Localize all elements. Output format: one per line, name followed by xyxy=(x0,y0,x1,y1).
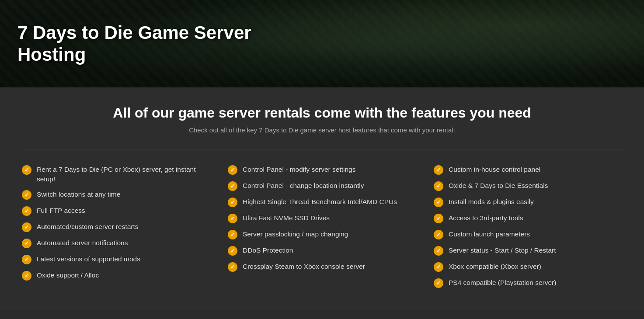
feature-text: DDoS Protection xyxy=(243,246,293,255)
list-item: ✓Switch locations at any time xyxy=(22,190,210,200)
list-item: ✓Control Panel - modify server settings xyxy=(228,165,416,175)
feature-text: Custom launch parameters xyxy=(449,229,530,239)
check-icon: ✓ xyxy=(228,262,237,272)
feature-text: Highest Single Thread Benchmark Intel/AM… xyxy=(243,197,397,207)
check-icon: ✓ xyxy=(22,190,31,200)
feature-text: Automated/custom server restarts xyxy=(37,222,139,232)
list-item: ✓Control Panel - change location instant… xyxy=(228,181,416,191)
list-item: ✓Install mods & plugins easily xyxy=(434,197,622,207)
list-item: ✓Latest versions of supported mods xyxy=(22,254,210,264)
check-icon: ✓ xyxy=(434,214,443,223)
check-icon: ✓ xyxy=(434,246,443,256)
check-icon: ✓ xyxy=(22,165,31,175)
feature-text: Rent a 7 Days to Die (PC or Xbox) server… xyxy=(37,165,210,184)
feature-text: Latest versions of supported mods xyxy=(37,254,140,264)
list-item: ✓Oxide & 7 Days to Die Essentials xyxy=(434,181,622,191)
list-item: ✓Oxide support / Alloc xyxy=(22,270,210,281)
check-icon: ✓ xyxy=(228,198,237,207)
list-item: ✓Rent a 7 Days to Die (PC or Xbox) serve… xyxy=(22,165,210,184)
feature-text: Full FTP access xyxy=(37,206,85,215)
section-divider xyxy=(22,149,622,149)
list-item: ✓Access to 3rd-party tools xyxy=(434,213,622,223)
hero-title: 7 Days to Die Game Server Hosting xyxy=(17,22,251,66)
list-item: ✓Custom launch parameters xyxy=(434,229,622,239)
feature-text: Install mods & plugins easily xyxy=(449,197,534,207)
feature-text: Xbox compatible (Xbox server) xyxy=(449,262,541,271)
check-icon: ✓ xyxy=(22,255,31,264)
check-icon: ✓ xyxy=(434,198,443,207)
feature-text: Automated server notifications xyxy=(37,238,128,248)
list-item: ✓Xbox compatible (Xbox server) xyxy=(434,262,622,272)
list-item: ✓Full FTP access xyxy=(22,206,210,216)
list-item: ✓PS4 compatible (Playstation server) xyxy=(434,278,622,288)
list-item: ✓Crossplay Steam to Xbox console server xyxy=(228,262,416,272)
check-icon: ✓ xyxy=(434,181,443,191)
feature-text: PS4 compatible (Playstation server) xyxy=(449,278,556,288)
check-icon: ✓ xyxy=(228,214,237,223)
check-icon: ✓ xyxy=(22,271,31,281)
feature-text: Crossplay Steam to Xbox console server xyxy=(243,262,365,271)
features-grid: ✓Rent a 7 Days to Die (PC or Xbox) serve… xyxy=(22,165,622,288)
feature-text: Access to 3rd-party tools xyxy=(449,213,523,223)
feature-text: Switch locations at any time xyxy=(37,190,120,199)
list-item: ✓Server status - Start / Stop / Restart xyxy=(434,246,622,256)
feature-text: Server status - Start / Stop / Restart xyxy=(449,246,556,255)
check-icon: ✓ xyxy=(228,181,237,191)
list-item: ✓DDoS Protection xyxy=(228,246,416,256)
hero-section: 7 Days to Die Game Server Hosting xyxy=(0,0,644,87)
check-icon: ✓ xyxy=(22,222,31,232)
check-icon: ✓ xyxy=(228,165,237,175)
list-item: ✓Automated server notifications xyxy=(22,238,210,248)
check-icon: ✓ xyxy=(22,206,31,216)
feature-text: Custom in-house control panel xyxy=(449,165,540,174)
feature-text: Control Panel - modify server settings xyxy=(243,165,355,174)
check-icon: ✓ xyxy=(434,278,443,288)
feature-column-3: ✓Custom in-house control panel✓Oxide & 7… xyxy=(434,165,622,288)
check-icon: ✓ xyxy=(434,165,443,175)
check-icon: ✓ xyxy=(434,262,443,272)
feature-text: Oxide & 7 Days to Die Essentials xyxy=(449,181,548,191)
features-heading: All of our game server rentals come with… xyxy=(22,105,622,121)
feature-text: Control Panel - change location instantl… xyxy=(243,181,364,191)
list-item: ✓Ultra Fast NVMe SSD Drives xyxy=(228,213,416,223)
feature-text: Server passlocking / map changing xyxy=(243,229,348,239)
check-icon: ✓ xyxy=(22,239,31,248)
feature-text: Oxide support / Alloc xyxy=(37,270,99,280)
check-icon: ✓ xyxy=(434,230,443,239)
feature-text: Ultra Fast NVMe SSD Drives xyxy=(243,213,330,223)
check-icon: ✓ xyxy=(228,246,237,256)
list-item: ✓Automated/custom server restarts xyxy=(22,222,210,232)
check-icon: ✓ xyxy=(228,230,237,239)
list-item: ✓Server passlocking / map changing xyxy=(228,229,416,239)
features-section: All of our game server rentals come with… xyxy=(0,87,644,310)
list-item: ✓Custom in-house control panel xyxy=(434,165,622,175)
feature-column-2: ✓Control Panel - modify server settings✓… xyxy=(228,165,416,288)
list-item: ✓Highest Single Thread Benchmark Intel/A… xyxy=(228,197,416,207)
features-subheading: Check out all of the key 7 Days to Die g… xyxy=(22,126,622,134)
feature-column-1: ✓Rent a 7 Days to Die (PC or Xbox) serve… xyxy=(22,165,210,288)
